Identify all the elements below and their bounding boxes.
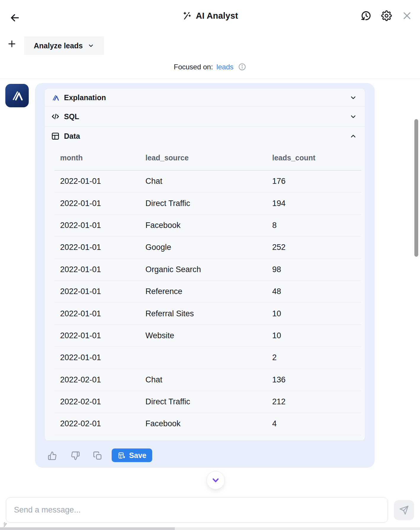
tab-label: Analyze leads bbox=[34, 41, 83, 50]
table-row-partial: 2022-02-01 Google 212 bbox=[54, 435, 361, 441]
settings-button[interactable] bbox=[381, 10, 392, 22]
chevron-down-icon bbox=[211, 475, 220, 485]
cell-month: 2022-01-01 bbox=[54, 353, 140, 362]
cell-leads-count: 98 bbox=[267, 265, 361, 274]
thumbs-down-button[interactable] bbox=[70, 450, 81, 461]
cell-month: 2022-01-01 bbox=[54, 309, 140, 318]
thumbs-up-button[interactable] bbox=[47, 450, 57, 461]
cell-lead-source: Direct Traffic bbox=[140, 397, 267, 406]
cell-leads-count: 136 bbox=[267, 375, 361, 384]
info-icon bbox=[238, 63, 246, 71]
column-header-month: month bbox=[54, 154, 140, 162]
cell-month: 2022-01-01 bbox=[54, 221, 140, 230]
thumbs-down-icon bbox=[71, 451, 80, 460]
focus-label: Focused on: bbox=[174, 63, 213, 71]
table-row: 2022-01-01 Website 10 bbox=[54, 325, 361, 347]
section-sql[interactable]: SQL bbox=[45, 107, 365, 127]
assistant-message-card: Explanation SQL bbox=[35, 83, 375, 468]
cell-month: 2022-01-01 bbox=[54, 287, 140, 296]
cell-leads-count: 252 bbox=[267, 243, 361, 252]
history-icon bbox=[361, 10, 371, 21]
new-tab-button[interactable] bbox=[6, 38, 18, 50]
cell-lead-source: Google bbox=[140, 243, 267, 252]
save-button[interactable]: Save bbox=[112, 448, 152, 462]
copy-button[interactable] bbox=[92, 450, 103, 461]
chevron-down-icon bbox=[87, 42, 94, 49]
chevron-down-icon bbox=[349, 113, 357, 121]
close-icon bbox=[402, 11, 412, 21]
result-sections: Explanation SQL bbox=[44, 88, 365, 441]
resize-grip-icon[interactable] bbox=[2, 519, 11, 528]
section-explanation[interactable]: Explanation bbox=[45, 89, 365, 107]
section-label: SQL bbox=[64, 112, 79, 121]
table-row: 2022-01-01 2 bbox=[54, 347, 361, 369]
vertical-scrollbar-thumb[interactable] bbox=[414, 119, 418, 257]
section-data[interactable]: Data bbox=[45, 127, 365, 146]
table-row: 2022-02-01 Facebook 4 bbox=[54, 413, 361, 435]
cell-lead-source: Facebook bbox=[140, 419, 267, 428]
cell-leads-count: 48 bbox=[267, 287, 361, 296]
cell-leads-count: 10 bbox=[267, 309, 361, 318]
table-row: 2022-01-01 Chat 176 bbox=[54, 170, 361, 192]
save-button-label: Save bbox=[129, 451, 146, 460]
table-row: 2022-02-01 Direct Traffic 212 bbox=[54, 391, 361, 413]
horizontal-scrollbar-track bbox=[0, 527, 420, 530]
scroll-to-bottom-button[interactable] bbox=[206, 471, 225, 489]
cell-month: 2022-01-01 bbox=[54, 199, 140, 208]
column-header-lead-source: lead_source bbox=[140, 154, 267, 162]
close-button[interactable] bbox=[401, 10, 413, 22]
history-button[interactable] bbox=[360, 10, 372, 22]
magic-wand-icon bbox=[182, 11, 192, 21]
section-label: Explanation bbox=[64, 93, 106, 102]
tab-bar: Analyze leads bbox=[0, 31, 420, 55]
app-header: AI Analyst bbox=[0, 0, 420, 31]
table-row: 2022-01-01 Facebook 8 bbox=[54, 215, 361, 237]
info-button[interactable] bbox=[238, 63, 246, 71]
chevron-up-icon bbox=[349, 132, 357, 140]
cell-leads-count: 4 bbox=[267, 419, 361, 428]
send-icon bbox=[399, 505, 409, 515]
cell-month: 2022-02-01 bbox=[54, 397, 140, 406]
cell-leads-count: 10 bbox=[267, 331, 361, 340]
thumbs-up-icon bbox=[48, 451, 57, 460]
cell-month: 2022-02-01 bbox=[54, 419, 140, 428]
cell-month: 2022-01-01 bbox=[54, 331, 140, 340]
cell-month: 2022-01-01 bbox=[54, 243, 140, 252]
cell-lead-source: Chat bbox=[140, 375, 267, 384]
table-header-row: month lead_source leads_count bbox=[54, 146, 361, 170]
cell-leads-count: 194 bbox=[267, 199, 361, 208]
save-table-icon bbox=[118, 451, 126, 459]
table-row: 2022-01-01 Google 252 bbox=[54, 237, 361, 258]
header-title-group: AI Analyst bbox=[0, 0, 420, 31]
copy-icon bbox=[93, 451, 102, 460]
gear-icon bbox=[381, 10, 392, 21]
cell-leads-count: 2 bbox=[267, 353, 361, 362]
cell-leads-count: 212 bbox=[267, 397, 361, 406]
cell-month: 2022-01-01 bbox=[54, 177, 140, 186]
data-table: month lead_source leads_count 2022-01-01… bbox=[54, 146, 361, 441]
cell-leads-count: 176 bbox=[267, 177, 361, 186]
cell-lead-source: Direct Traffic bbox=[140, 199, 267, 208]
message-input[interactable] bbox=[6, 497, 388, 523]
table-row: 2022-01-01 Reference 48 bbox=[54, 281, 361, 303]
cell-lead-source: Facebook bbox=[140, 221, 267, 230]
atlan-logo-icon bbox=[10, 89, 24, 103]
cell-lead-source: Chat bbox=[140, 177, 267, 186]
focus-bar: Focused on: leads bbox=[0, 55, 420, 79]
chevron-down-icon bbox=[349, 94, 357, 102]
cell-leads-count: 8 bbox=[267, 221, 361, 230]
atlan-logo-icon bbox=[51, 94, 60, 102]
send-button[interactable] bbox=[394, 500, 414, 520]
horizontal-scrollbar-thumb[interactable] bbox=[0, 527, 175, 530]
tab-analyze-leads[interactable]: Analyze leads bbox=[24, 36, 104, 55]
header-actions bbox=[360, 10, 413, 22]
code-icon bbox=[51, 112, 60, 121]
focus-entity-link[interactable]: leads bbox=[217, 63, 233, 71]
cell-lead-source: Organic Search bbox=[140, 265, 267, 274]
cell-lead-source: Reference bbox=[140, 287, 267, 296]
table-row: 2022-01-01 Direct Traffic 194 bbox=[54, 192, 361, 214]
table-row: 2022-01-01 Referral Sites 10 bbox=[54, 303, 361, 325]
cell-lead-source: Referral Sites bbox=[140, 309, 267, 318]
table-row: 2022-02-01 Chat 136 bbox=[54, 369, 361, 391]
assistant-avatar bbox=[5, 84, 29, 107]
